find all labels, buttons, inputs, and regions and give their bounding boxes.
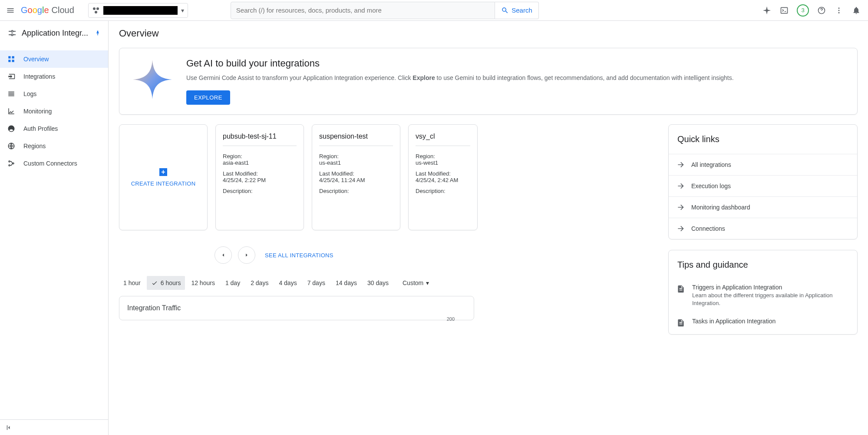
- integration-card[interactable]: pubsub-test-sj-11Region:asia-east1Last M…: [215, 124, 304, 230]
- nav-icon: [7, 55, 16, 63]
- project-icon: [92, 7, 100, 14]
- quick-link-item[interactable]: Execution logs: [669, 175, 857, 196]
- nav-icon: [7, 90, 16, 98]
- tip-item[interactable]: Triggers in Application IntegrationLearn…: [669, 279, 857, 313]
- time-tab[interactable]: 4 days: [274, 276, 301, 290]
- chevron-down-icon: ▾: [181, 7, 184, 14]
- main: Overview Get AI to build your integratio…: [109, 21, 868, 435]
- page-title: Overview: [109, 21, 868, 43]
- document-icon: [677, 319, 686, 328]
- search-input[interactable]: [231, 2, 495, 19]
- quick-link-item[interactable]: Connections: [669, 218, 857, 239]
- service-title: Application Integr...: [22, 29, 90, 38]
- time-range-tabs: 1 hour6 hours12 hours1 day2 days4 days7 …: [119, 276, 668, 290]
- nav-item-auth-profiles[interactable]: Auth Profiles: [0, 120, 108, 137]
- svg-point-5: [11, 30, 13, 32]
- arrow-right-icon: [677, 224, 685, 233]
- svg-point-2: [838, 7, 840, 9]
- search-button[interactable]: Search: [495, 2, 539, 19]
- tips-title: Tips and guidance: [669, 250, 857, 279]
- nav-icon: [7, 124, 16, 133]
- prev-button[interactable]: [215, 246, 232, 264]
- nav-icon: [7, 72, 16, 81]
- integration-name: vsy_cl: [416, 133, 470, 146]
- collapse-icon[interactable]: [5, 424, 13, 432]
- pin-icon[interactable]: [94, 30, 101, 37]
- svg-point-3: [838, 10, 840, 11]
- time-tab[interactable]: 30 days: [363, 276, 393, 290]
- nav-item-regions[interactable]: Regions: [0, 137, 108, 155]
- ai-promo-card: Get AI to build your integrations Use Ge…: [119, 48, 858, 115]
- nav-icon: [7, 107, 16, 116]
- menu-icon[interactable]: [5, 5, 16, 16]
- integration-name: suspension-test: [319, 133, 393, 146]
- project-name-redacted: [103, 6, 178, 15]
- see-all-link[interactable]: SEE ALL INTEGRATIONS: [265, 252, 333, 259]
- custom-time-tab[interactable]: Custom▾: [398, 276, 433, 290]
- more-icon[interactable]: [834, 6, 844, 15]
- google-cloud-logo[interactable]: Google Cloud: [21, 5, 74, 15]
- nav-item-logs[interactable]: Logs: [0, 85, 108, 103]
- nav-item-overview[interactable]: Overview: [0, 50, 108, 68]
- time-tab[interactable]: 12 hours: [187, 276, 219, 290]
- svg-rect-0: [781, 7, 788, 13]
- time-tab[interactable]: 1 hour: [119, 276, 145, 290]
- chevron-down-icon: ▾: [426, 279, 429, 286]
- cloud-shell-icon[interactable]: [779, 6, 789, 15]
- promo-heading: Get AI to build your integrations: [186, 58, 734, 69]
- integration-card[interactable]: suspension-testRegion:us-east1Last Modif…: [312, 124, 400, 230]
- explore-button[interactable]: EXPLORE: [186, 90, 230, 105]
- notifications-icon[interactable]: [851, 6, 861, 15]
- quick-links-title: Quick links: [669, 125, 857, 154]
- integration-name: pubsub-test-sj-11: [223, 133, 297, 146]
- next-button[interactable]: [238, 246, 255, 264]
- arrow-right-icon: [677, 203, 685, 212]
- svg-point-13: [9, 161, 10, 162]
- svg-rect-8: [12, 56, 14, 58]
- quick-link-item[interactable]: All integrations: [669, 154, 857, 175]
- promo-body: Use Germini Code Assist to transform you…: [186, 73, 734, 83]
- integration-card[interactable]: vsy_clRegion:us-west1Last Modified:4/25/…: [408, 124, 478, 230]
- time-tab[interactable]: 7 days: [303, 276, 330, 290]
- header: Google Cloud ▾ Search 3: [0, 0, 868, 21]
- free-trial-badge[interactable]: 3: [797, 4, 809, 17]
- time-tab[interactable]: 6 hours: [147, 276, 185, 290]
- arrow-right-icon: [677, 182, 685, 190]
- quick-link-item[interactable]: Monitoring dashboard: [669, 196, 857, 218]
- svg-rect-10: [12, 60, 14, 62]
- help-icon[interactable]: [817, 6, 826, 15]
- tips-panel: Tips and guidance Triggers in Applicatio…: [668, 250, 858, 335]
- svg-rect-7: [8, 56, 10, 58]
- create-integration-card[interactable]: + CREATE INTEGRATION: [119, 124, 208, 230]
- document-icon: [677, 285, 686, 294]
- svg-point-6: [11, 34, 13, 36]
- traffic-title: Integration Traffic: [127, 304, 466, 312]
- project-picker[interactable]: ▾: [88, 3, 188, 18]
- quick-links-panel: Quick links All integrationsExecution lo…: [668, 124, 858, 239]
- nav-item-custom-connectors[interactable]: Custom Connectors: [0, 155, 108, 172]
- gemini-star-icon: [131, 58, 174, 101]
- gemini-icon[interactable]: [762, 6, 772, 15]
- nav-item-integrations[interactable]: Integrations: [0, 68, 108, 85]
- svg-point-4: [838, 12, 840, 13]
- time-tab[interactable]: 1 day: [221, 276, 244, 290]
- svg-rect-9: [8, 60, 10, 62]
- y-axis-label: 200: [447, 316, 455, 322]
- nav: OverviewIntegrationsLogsMonitoringAuth P…: [0, 45, 108, 419]
- svg-point-14: [9, 165, 10, 166]
- arrow-right-icon: [677, 160, 685, 169]
- tip-item[interactable]: Tasks in Application Integration: [669, 313, 857, 334]
- nav-icon: [7, 159, 16, 168]
- time-tab[interactable]: 14 days: [331, 276, 361, 290]
- integration-traffic-panel: Integration Traffic 200: [119, 296, 474, 320]
- search-icon: [501, 7, 509, 14]
- sidebar: Application Integr... OverviewIntegratio…: [0, 21, 109, 435]
- nav-icon: [7, 142, 16, 150]
- time-tab[interactable]: 2 days: [246, 276, 273, 290]
- nav-item-monitoring[interactable]: Monitoring: [0, 103, 108, 120]
- service-icon: [7, 28, 17, 38]
- plus-icon: +: [159, 168, 167, 176]
- check-icon: [151, 279, 158, 286]
